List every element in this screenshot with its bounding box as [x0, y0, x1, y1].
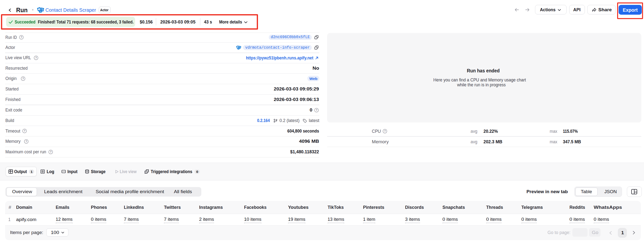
svg-text:?: ?	[22, 77, 24, 80]
svg-text:?: ?	[20, 36, 22, 39]
svg-text:?: ?	[35, 56, 37, 59]
svg-text:?: ?	[316, 109, 317, 112]
svg-text:?: ?	[24, 129, 26, 132]
svg-text:?: ?	[50, 150, 52, 153]
svg-text:?: ?	[384, 130, 386, 133]
svg-text:?: ?	[26, 140, 27, 143]
